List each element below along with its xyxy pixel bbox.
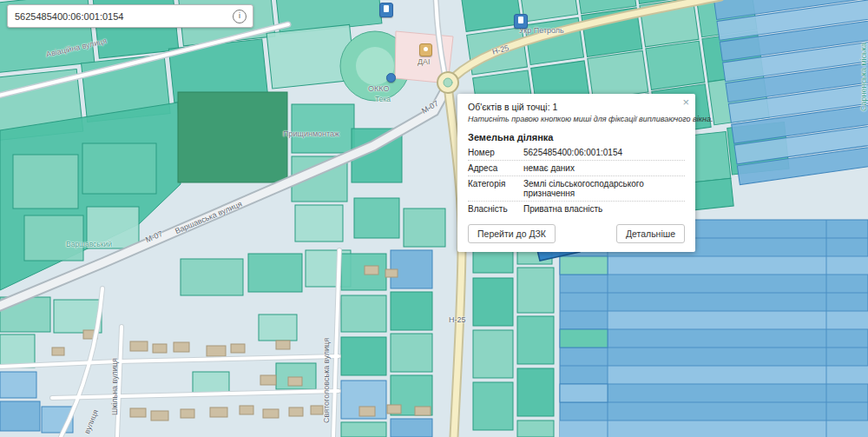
poi-dot-icon — [386, 73, 396, 83]
cadastral-map-app: Авіаційна вулиця Прищинмонтаж М-07 Варша… — [0, 0, 868, 437]
popup-buttons: Перейти до ДЗК Детальніше — [468, 224, 685, 243]
fuel-station-icon — [514, 14, 528, 29]
field-row-ownership: Власність Приватна власність — [468, 202, 685, 216]
field-value: Приватна власність — [523, 204, 685, 214]
close-icon[interactable]: × — [682, 96, 689, 108]
popup-section-title: Земельна ділянка — [468, 132, 685, 142]
map-canvas[interactable] — [0, 0, 868, 437]
details-button[interactable]: Детальніше — [616, 224, 685, 243]
map-svg — [0, 0, 868, 437]
search-input[interactable]: 5625485400:06:001:0154 — [8, 11, 233, 22]
info-icon[interactable]: i — [233, 10, 247, 23]
parcels-blue-bottom-right — [560, 220, 868, 437]
field-label: Номер — [468, 148, 523, 157]
popup-hint: Натисніть правою кнопкою миші для фіксац… — [468, 115, 685, 123]
field-label: Власність — [468, 204, 523, 214]
field-row-number: Номер 5625485400:06:001:0154 — [468, 145, 685, 161]
field-label: Категорія — [468, 179, 523, 198]
field-value: Землі сільськогосподарського призначення — [523, 179, 685, 198]
field-label: Адреса — [468, 163, 523, 173]
go-to-dzk-button[interactable]: Перейти до ДЗК — [468, 224, 556, 243]
police-post-icon — [419, 43, 432, 56]
field-row-category: Категорія Землі сільськогосподарського п… — [468, 176, 685, 202]
fuel-station-icon — [379, 3, 393, 17]
field-row-address: Адреса немає даних — [468, 161, 685, 176]
field-value: 5625485400:06:001:0154 — [523, 148, 685, 157]
forest-area — [178, 92, 287, 182]
field-value: немає даних — [523, 163, 685, 173]
popup-count-line: Об'єктів в цій точці: 1 — [468, 102, 685, 112]
object-info-popup: × Об'єктів в цій точці: 1 Натисніть прав… — [457, 94, 695, 252]
search-box: 5625485400:06:001:0154 i — [7, 4, 253, 28]
